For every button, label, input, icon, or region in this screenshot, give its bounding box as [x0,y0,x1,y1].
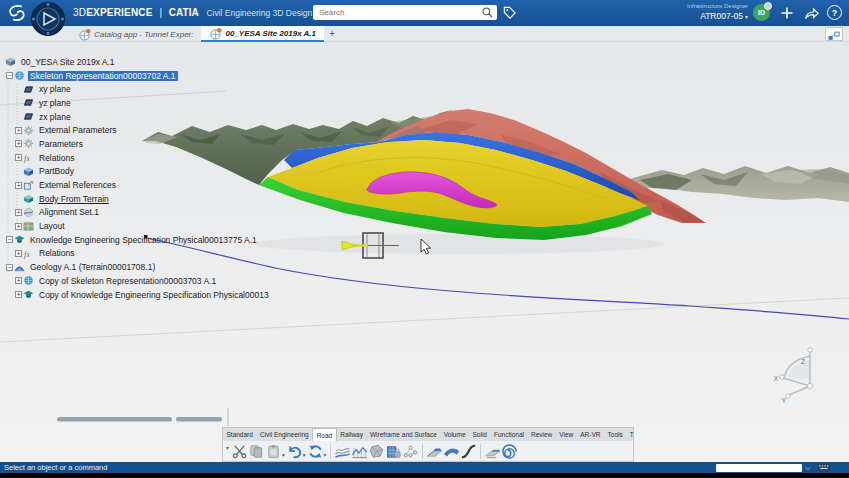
tree-node-0[interactable]: 00_YESA Site 2019x A.1 [2,55,271,69]
avatar[interactable]: ID [753,4,770,21]
tree-node-label[interactable]: Geology A.1 (Terrain00001708.1) [28,262,157,272]
road-section-button[interactable] [484,443,501,460]
ribbon-tab-road[interactable]: Road [312,428,337,441]
tree-node-label[interactable]: 00_YESA Site 2019x A.1 [19,57,117,67]
user-menu[interactable]: ATR007-05▾ [660,11,748,21]
tree-expand-toggle[interactable]: + [15,250,22,257]
ribbon-tab-ar-vr[interactable]: AR-VR [577,428,604,441]
tree-node-label[interactable]: Skeleton Representation00003702 A.1 [28,71,178,81]
tree-node-17[interactable]: +Copy of Knowledge Engineering Specifica… [2,288,271,302]
command-caret-icon[interactable] [804,464,812,472]
tree-expand-toggle[interactable]: + [15,182,22,189]
ribbon-tab-touch[interactable]: Touch [626,428,633,441]
tree-node-10[interactable]: Body From Terrain [2,192,271,206]
ribbon-tab-railway[interactable]: Railway [337,428,367,441]
tree-expand-toggle[interactable]: + [15,154,22,161]
tree-node-label[interactable]: Relations [37,153,76,163]
tree-expand-toggle[interactable]: + [15,223,22,230]
search-icon[interactable] [481,6,494,19]
terrain-button[interactable] [334,443,351,460]
dropdown-caret-icon[interactable]: ▾ [324,452,327,458]
command-input[interactable] [716,464,802,472]
tree-node-label[interactable]: zx plane [37,112,73,122]
tree-expand-toggle[interactable]: − [6,264,13,271]
tree-node-label[interactable]: Relations [37,248,76,258]
search-input[interactable] [313,8,481,17]
pavement-surface-button[interactable] [443,443,460,460]
tree-node-2[interactable]: xy plane [2,82,271,96]
cross-section-button[interactable] [351,443,368,460]
tree-node-3[interactable]: yz plane [2,96,271,110]
tree-node-label[interactable]: Layout [37,221,67,231]
tree-expand-toggle[interactable]: + [15,127,22,134]
ribbon-tab-view[interactable]: View [556,428,577,441]
tree-node-label[interactable]: Body From Terrain [37,194,111,204]
new-tab-button[interactable]: + [324,26,340,42]
ribbon-tab-wireframe-and-surface[interactable]: Wireframe and Surface [366,428,440,441]
add-content-icon[interactable] [779,5,795,21]
undo-button[interactable] [286,443,303,460]
tree-node-12[interactable]: +Layout [2,219,271,233]
tree-node-8[interactable]: PartBody [2,165,271,179]
tree-node-6[interactable]: +Parameters [2,137,271,151]
tree-node-15[interactable]: −Geology A.1 (Terrain00001708.1) [2,260,271,274]
rock-mass-button[interactable] [368,443,385,460]
update-button[interactable] [307,443,324,460]
3dcompass-button[interactable] [30,1,66,37]
tree-scrollbar[interactable] [57,408,228,426]
ribbon-tab-review[interactable]: Review [527,428,555,441]
s-curve-button[interactable] [460,443,477,460]
road-embankment-button[interactable] [426,443,443,460]
tree-node-1[interactable]: −Skeleton Representation00003702 A.1 [2,69,271,83]
3d-viewport[interactable]: Z X Y 00_YESA Site 2019x A.1−Skeleton Re… [0,42,849,473]
tree-node-label[interactable]: Alignment Set.1 [37,207,101,217]
share-icon[interactable] [803,5,819,21]
tree-node-label[interactable]: Parameters [37,139,85,149]
tree-node-5[interactable]: +External Parameters [2,123,271,137]
tree-expand-toggle[interactable]: + [15,277,22,284]
survey-network-button[interactable] [402,443,419,460]
tree-node-14[interactable]: +fxRelations [2,247,271,261]
cut-button[interactable] [231,443,248,460]
ribbon-tab-solid[interactable]: Solid [469,428,490,441]
tree-node-16[interactable]: +Copy of Skeleton Representation00003703… [2,274,271,288]
tree-node-9[interactable]: +External References [2,178,271,192]
axis-triad[interactable]: Z X Y [774,348,813,404]
tree-node-11[interactable]: +Alignment Set.1 [2,206,271,220]
tree-node-label[interactable]: External References [37,180,118,190]
tree-node-label[interactable]: xy plane [37,84,73,94]
tree-node-label[interactable]: External Parameters [37,125,118,135]
panel-handle-icon[interactable]: ▾ [226,444,229,451]
tree-node-7[interactable]: +fxRelations [2,151,271,165]
tree-expand-toggle[interactable]: − [6,236,13,243]
clothoid-spiral-button[interactable] [501,443,518,460]
tree-node-label[interactable]: Copy of Skeleton Representation00003703 … [37,276,218,286]
ribbon-tab-tools[interactable]: Tools [604,428,626,441]
paste-button[interactable] [265,443,282,460]
document-tab-1[interactable]: 00_YESA Site 2019x A.1 [201,26,324,42]
keyboard-icon[interactable] [817,463,831,472]
tree-node-label[interactable]: yz plane [37,98,73,108]
expand-window-button[interactable] [825,27,843,41]
tree-node-label[interactable]: PartBody [37,166,76,176]
tree-node-label[interactable]: Copy of Knowledge Engineering Specificat… [37,290,271,300]
tree-node-label[interactable]: Knowledge Engineering Specification Phys… [28,235,259,245]
copy-button[interactable] [248,443,265,460]
ribbon-tab-standard[interactable]: Standard [223,428,256,441]
ribbon-tab-civil-engineering[interactable]: Civil Engineering [256,428,312,441]
secured-data-button[interactable] [385,443,402,460]
tree-expand-toggle[interactable]: + [15,140,22,147]
tree-expand-toggle[interactable]: + [15,291,22,298]
help-button[interactable]: ? [827,5,842,20]
dropdown-caret-icon[interactable]: ▾ [282,452,285,458]
tag-icon[interactable] [502,5,517,20]
dropdown-caret-icon[interactable]: ▾ [303,452,306,458]
tree-node-4[interactable]: zx plane [2,110,271,124]
tree-expand-toggle[interactable]: + [15,209,22,216]
document-tab-0[interactable]: Catalog app - Tunnel Exper: [70,26,201,42]
tree-expand-toggle[interactable]: − [6,72,13,79]
ribbon-tab-functional[interactable]: Functional [490,428,527,441]
cross-section-icon [351,443,368,460]
ribbon-tab-volume[interactable]: Volume [440,428,469,441]
tree-node-13[interactable]: −Knowledge Engineering Specification Phy… [2,233,271,247]
